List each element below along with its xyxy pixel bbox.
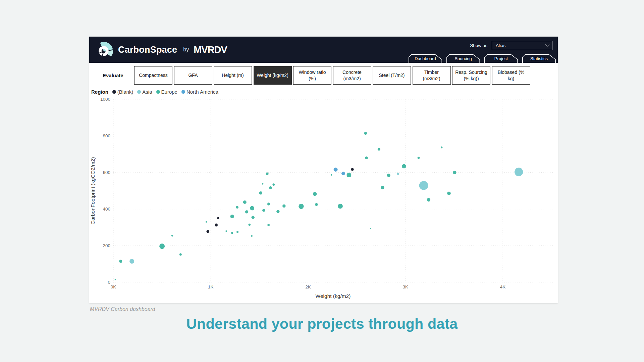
mvrdv-logo: MVRDV [194, 44, 227, 55]
evaluate-buttons: CompactnessGFAHeight (m)Weight (kg/m2)Wi… [134, 66, 530, 85]
y-tick-label: 1000 [100, 97, 110, 102]
scatter-point-europe[interactable] [346, 173, 351, 177]
x-tick-label: 3K [402, 284, 408, 289]
donut-chart-logo-icon [96, 39, 117, 60]
scatter-point-europe[interactable] [299, 204, 304, 209]
app-title: CarbonSpace [118, 45, 177, 55]
scatter-point-europe[interactable] [179, 253, 182, 256]
scatter-point-europe[interactable] [262, 209, 265, 212]
scatter-point-europe[interactable] [338, 204, 343, 209]
tab-label: Statistics [523, 55, 555, 63]
scatter-point-europe[interactable] [331, 174, 332, 176]
nav-tabs: DashboardSourcingProjectStatistics [409, 54, 556, 63]
show-as-selected-value: Alias [496, 43, 505, 48]
by-label: by [183, 47, 189, 53]
evaluate-button-gfa[interactable]: GFA [174, 66, 212, 85]
scatter-point-europe[interactable] [225, 230, 227, 232]
scatter-point-europe[interactable] [259, 191, 262, 194]
scatter-point-blank[interactable] [217, 217, 219, 219]
legend-dot-icon [137, 90, 141, 94]
tab-label: Project [485, 55, 518, 63]
scatter-point-europe[interactable] [267, 224, 270, 226]
evaluate-button-biobased-kg[interactable]: Biobased (% kg) [492, 66, 530, 85]
scatter-point-blank[interactable] [207, 230, 209, 233]
scatter-point-europe[interactable] [230, 215, 234, 218]
x-tick-label: 4K [500, 284, 506, 289]
scatter-point-europe[interactable] [315, 203, 318, 206]
x-axis-title: Weight (kg/m2) [316, 293, 351, 299]
evaluate-button-timber-m3-m2[interactable]: Timber (m3/m2) [413, 66, 451, 85]
tab-sourcing[interactable]: Sourcing [446, 54, 480, 63]
y-tick-label: 800 [103, 133, 110, 138]
chevron-down-icon [545, 42, 549, 47]
scatter-point-europe[interactable] [236, 206, 238, 209]
tab-project[interactable]: Project [484, 54, 518, 63]
scatter-point-north-america[interactable] [341, 172, 345, 175]
show-as-label: Show as [470, 43, 487, 48]
scatter-point-europe[interactable] [236, 231, 238, 233]
y-tick-label: 600 [103, 170, 110, 175]
evaluate-button-weight-kg-m2[interactable]: Weight (kg/m2) [254, 66, 292, 85]
scatter-point-europe[interactable] [447, 192, 451, 195]
scatter-point-europe[interactable] [378, 148, 380, 150]
scatter-point-europe[interactable] [282, 205, 285, 208]
legend-dot-icon [112, 90, 116, 94]
scatter-chart: 0K1K2K3K4K02004006008001000Weight (kg/m2… [89, 94, 558, 303]
tab-label: Dashboard [409, 55, 442, 63]
scatter-point-europe[interactable] [266, 173, 269, 175]
tab-dashboard[interactable]: Dashboard [409, 54, 442, 63]
evaluate-button-height-m[interactable]: Height (m) [214, 66, 252, 85]
scatter-point-europe[interactable] [370, 228, 371, 229]
page-headline: Understand your projects through data [0, 316, 644, 332]
evaluate-label: Evaluate [103, 73, 129, 78]
scatter-point-europe[interactable] [313, 192, 317, 196]
scatter-point-europe[interactable] [206, 221, 207, 223]
scatter-point-europe[interactable] [381, 186, 384, 189]
scatter-point-asia[interactable] [397, 173, 399, 175]
scatter-point-europe[interactable] [427, 198, 431, 202]
scatter-point-europe[interactable] [245, 210, 248, 213]
scatter-point-asia[interactable] [129, 259, 134, 264]
dashboard-card: CarbonSpace by MVRDV Show as Alias Dashb… [89, 37, 558, 303]
scatter-point-europe[interactable] [387, 174, 390, 177]
evaluate-button-compactness[interactable]: Compactness [134, 66, 172, 85]
scatter-point-europe[interactable] [171, 235, 173, 236]
scatter-point-blank[interactable] [351, 168, 354, 171]
scatter-point-europe[interactable] [402, 164, 406, 169]
scatter-point-asia[interactable] [515, 168, 523, 176]
scatter-point-europe[interactable] [119, 260, 122, 263]
tab-label: Sourcing [447, 55, 480, 63]
scatter-point-europe[interactable] [441, 146, 442, 148]
scatter-point-europe[interactable] [262, 183, 264, 185]
scatter-point-north-america[interactable] [334, 168, 338, 172]
scatter-point-europe[interactable] [272, 183, 275, 186]
scatter-point-europe[interactable] [364, 132, 367, 135]
scatter-point-europe[interactable] [267, 202, 270, 206]
scatter-point-europe[interactable] [269, 186, 272, 189]
y-axis-title: CarbonFootprint (kgCO2/m2) [90, 157, 96, 225]
tab-statistics[interactable]: Statistics [522, 54, 556, 63]
scatter-point-blank[interactable] [215, 224, 218, 227]
app-header: CarbonSpace by MVRDV Show as Alias Dashb… [89, 37, 558, 63]
evaluate-button-steel-t-m2[interactable]: Steel (T/m2) [373, 66, 411, 85]
legend-dot-icon [181, 90, 185, 94]
scatter-point-europe[interactable] [231, 232, 233, 234]
scatter-point-europe[interactable] [252, 216, 255, 219]
scatter-point-europe[interactable] [365, 156, 368, 159]
scatter-point-europe[interactable] [251, 235, 253, 237]
show-as-dropdown[interactable]: Alias [492, 41, 552, 50]
scatter-point-europe[interactable] [418, 157, 420, 159]
x-tick-label: 2K [305, 284, 311, 289]
evaluate-button-resp-sourcing-kg[interactable]: Resp. Sourcing (% kg)) [452, 66, 490, 85]
scatter-point-europe[interactable] [243, 200, 247, 204]
scatter-point-europe[interactable] [248, 224, 251, 226]
y-tick-label: 400 [103, 207, 110, 212]
scatter-point-europe[interactable] [276, 210, 279, 213]
evaluate-button-window-ratio[interactable]: Window ratio (%) [293, 66, 331, 85]
scatter-point-europe[interactable] [453, 171, 456, 174]
scatter-point-europe[interactable] [250, 206, 254, 210]
scatter-point-europe[interactable] [159, 243, 165, 249]
scatter-point-asia[interactable] [419, 181, 428, 190]
evaluate-button-concrete-m3-m2[interactable]: Concrete (m3/m2) [333, 66, 371, 85]
scatter-point-europe[interactable] [115, 279, 116, 280]
